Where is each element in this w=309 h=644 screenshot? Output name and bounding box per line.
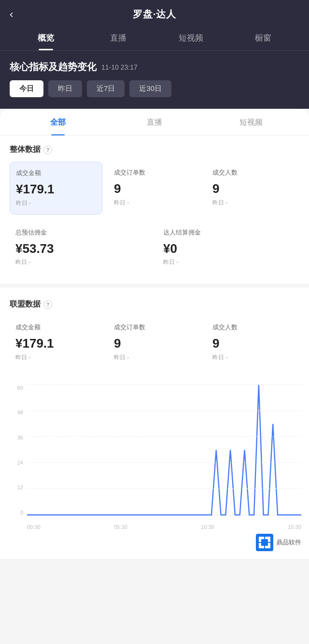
date-btn-30days[interactable]: 近30日 (129, 80, 171, 97)
date-filters: 今日 昨日 近7日 近30日 (0, 80, 309, 109)
metric-label-orders: 成交订单数 (114, 168, 195, 177)
union-compare-orders: 昨日 - (114, 353, 195, 362)
chart-section: 0 12 24 36 48 60 (0, 380, 309, 530)
chart-x-label-0030: 00:30 (27, 524, 41, 530)
metric-card-orders: 成交订单数 9 昨日 - (108, 161, 201, 215)
gridline-48 (27, 410, 301, 411)
date-btn-today[interactable]: 今日 (10, 80, 43, 97)
chart-y-labels: 0 12 24 36 48 60 (8, 385, 23, 515)
metric-compare-buyers: 昨日 - (212, 199, 294, 207)
svg-rect-4 (261, 539, 268, 546)
content-tab-shortvideo[interactable]: 短视频 (203, 109, 299, 135)
chart-y-label-60: 60 (8, 385, 23, 391)
nav-tab-overview[interactable]: 概览 (10, 27, 82, 50)
content-tab-all[interactable]: 全部 (10, 109, 106, 135)
gridline-24 (27, 462, 301, 463)
top-bar: ‹ 罗盘·达人 (0, 0, 309, 27)
content-section: 全部 直播 短视频 整体数据 ? 成交金额 ¥179.1 昨日 - 成交订单数 … (0, 109, 309, 559)
overall-data-title: 整体数据 ? (10, 145, 299, 155)
content-tabs: 全部 直播 短视频 (0, 109, 309, 136)
watermark: 鼎品软件 (0, 530, 309, 559)
watermark-brand-name: 鼎品软件 (276, 538, 301, 547)
metric-card-gmv: 成交金额 ¥179.1 昨日 - (10, 161, 102, 215)
chart-y-label-24: 24 (8, 460, 23, 466)
chart-x-label-0530: 05:30 (114, 524, 127, 530)
watermark-logo (256, 534, 273, 551)
metric-label-total-commission: 总预估佣金 (15, 228, 146, 237)
chart-x-label-1530: 15:30 (288, 524, 301, 530)
union-metric-gmv: 成交金额 ¥179.1 昨日 - (10, 316, 102, 368)
union-label-orders: 成交订单数 (114, 323, 195, 332)
overall-help-icon[interactable]: ? (43, 146, 52, 154)
section-header: 核心指标及趋势变化 11-10 23:17 (0, 51, 309, 80)
union-value-gmv: ¥179.1 (15, 337, 97, 351)
metric-compare-orders: 昨日 - (114, 199, 195, 207)
chart-y-label-12: 12 (8, 484, 23, 490)
brand-logo-icon (258, 536, 271, 549)
union-value-orders: 9 (114, 337, 195, 351)
metric-label-daren-commission: 达人结算佣金 (163, 228, 294, 237)
metric-value-gmv: ¥179.1 (16, 182, 96, 196)
metric-compare-daren-commission: 昨日 - (163, 258, 294, 266)
nav-tab-live[interactable]: 直播 (82, 27, 154, 50)
content-tab-live[interactable]: 直播 (106, 109, 203, 135)
metric-card-total-commission: 总预估佣金 ¥53.73 昨日 - (10, 221, 152, 274)
chart-line (27, 385, 301, 515)
back-button[interactable]: ‹ (10, 8, 13, 21)
overall-metrics-row1: 成交金额 ¥179.1 昨日 - 成交订单数 9 昨日 - 成交人数 9 昨日 … (10, 161, 299, 215)
header-section: ‹ 罗盘·达人 概览 直播 短视频 橱窗 核心指标及趋势变化 11-10 23:… (0, 0, 309, 109)
date-btn-7days[interactable]: 近7日 (87, 80, 125, 97)
nav-tabs: 概览 直播 短视频 橱窗 (0, 27, 309, 51)
union-compare-gmv: 昨日 - (15, 353, 97, 362)
union-data-title: 联盟数据 ? (10, 299, 299, 309)
union-data-group: 联盟数据 ? 成交金额 ¥179.1 昨日 - 成交订单数 9 昨日 - 成交人… (0, 291, 309, 380)
metric-label-gmv: 成交金额 (16, 169, 96, 177)
section-title: 核心指标及趋势变化 (10, 60, 97, 73)
page-title: 罗盘·达人 (133, 8, 177, 21)
chart-y-label-48: 48 (8, 410, 23, 415)
metric-card-daren-commission: 达人结算佣金 ¥0 昨日 - (157, 221, 299, 274)
metric-value-total-commission: ¥53.73 (15, 242, 146, 256)
overall-data-group: 整体数据 ? 成交金额 ¥179.1 昨日 - 成交订单数 9 昨日 - 成交人… (0, 136, 309, 281)
nav-tab-showcase[interactable]: 橱窗 (227, 27, 299, 50)
metric-value-orders: 9 (114, 182, 195, 196)
metric-card-buyers: 成交人数 9 昨日 - (207, 161, 299, 215)
union-compare-buyers: 昨日 - (212, 353, 294, 362)
chart-y-label-36: 36 (8, 435, 23, 440)
metric-value-buyers: 9 (212, 182, 294, 196)
union-label-buyers: 成交人数 (212, 323, 294, 332)
union-value-buyers: 9 (212, 337, 294, 351)
union-metric-buyers: 成交人数 9 昨日 - (207, 316, 299, 368)
chart-container: 0 12 24 36 48 60 (8, 385, 301, 530)
divider (0, 284, 309, 288)
chart-x-label-1030: 10:30 (201, 524, 214, 530)
nav-tab-shortvideo[interactable]: 短视频 (154, 27, 227, 50)
chart-svg (27, 385, 301, 515)
metric-compare-total-commission: 昨日 - (15, 258, 146, 266)
gridline-12 (27, 488, 301, 489)
union-label-gmv: 成交金额 (15, 323, 97, 332)
union-help-icon[interactable]: ? (43, 300, 52, 309)
union-metrics-row: 成交金额 ¥179.1 昨日 - 成交订单数 9 昨日 - 成交人数 9 昨日 … (10, 316, 299, 368)
metric-value-daren-commission: ¥0 (163, 242, 294, 256)
chart-y-label-0: 0 (8, 510, 23, 515)
date-btn-yesterday[interactable]: 昨日 (48, 80, 82, 97)
section-time: 11-10 23:17 (101, 63, 138, 71)
metric-label-buyers: 成交人数 (212, 168, 294, 177)
union-metric-orders: 成交订单数 9 昨日 - (108, 316, 201, 368)
metric-compare-gmv: 昨日 - (16, 199, 96, 207)
overall-metrics-row2: 总预估佣金 ¥53.73 昨日 - 达人结算佣金 ¥0 昨日 - (10, 221, 299, 274)
chart-drawing-area (27, 385, 301, 515)
gridline-60 (27, 384, 301, 385)
chart-x-labels: 00:30 05:30 10:30 15:30 (27, 521, 301, 530)
gridline-36 (27, 436, 301, 437)
